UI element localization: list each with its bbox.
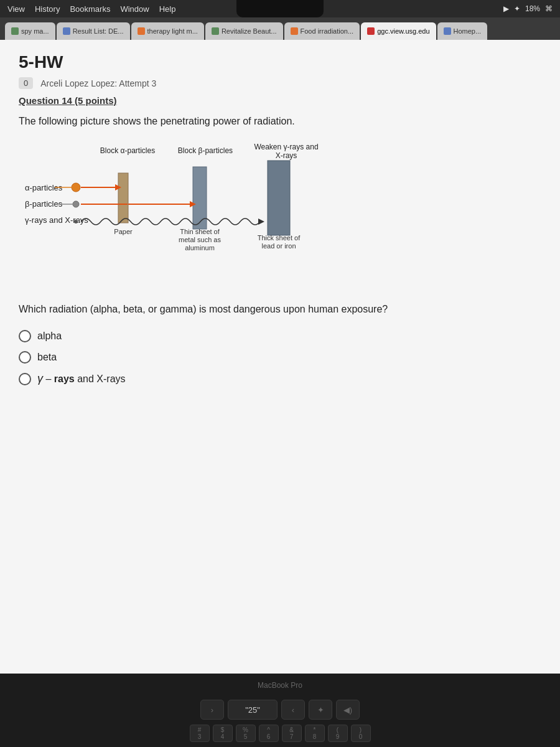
svg-text:Weaken γ-rays and: Weaken γ-rays and: [254, 143, 318, 151]
key-caret[interactable]: ^6: [259, 725, 279, 742]
content-area: 5-HW 0 Arceli Lopez Lopez: Attempt 3 Que…: [0, 40, 560, 674]
keyboard-row-bottom: › "25" ‹ ✦ ◀): [200, 700, 360, 720]
key-angle[interactable]: ›: [200, 700, 224, 720]
macbook-label: MacBook Pro: [258, 681, 302, 690]
svg-text:Block β-particles: Block β-particles: [178, 146, 233, 155]
tab-food[interactable]: Food irradiation...: [284, 22, 360, 40]
attempt-number: 0: [19, 77, 33, 89]
key-ampersand[interactable]: &7: [282, 725, 302, 742]
radiation-diagram: Block α-particles Block β-particles Weak…: [19, 142, 541, 294]
student-name: Arceli Lopez Lopez: Attempt 3: [40, 78, 156, 88]
radio-gamma[interactable]: [19, 373, 31, 385]
tab-icon-therapy: [138, 27, 145, 35]
menu-help[interactable]: Help: [159, 4, 176, 14]
answer-gamma[interactable]: γ – rays and X-rays: [19, 372, 541, 385]
key-25[interactable]: "25": [228, 700, 278, 720]
bluetooth-icon: ✦: [514, 4, 520, 13]
tab-spy[interactable]: spy ma...: [5, 22, 55, 40]
tab-ggc[interactable]: ggc.view.usg.edu: [361, 22, 436, 40]
tab-revitalize[interactable]: Revitalize Beaut...: [205, 22, 283, 40]
tab-therapy[interactable]: therapy light m...: [131, 22, 204, 40]
svg-point-26: [74, 220, 78, 223]
tab-icon-result: [63, 27, 70, 35]
tab-icon-ggc: [367, 27, 375, 35]
radio-alpha[interactable]: [19, 330, 31, 342]
svg-marker-25: [258, 218, 264, 225]
svg-text:Thick sheet of: Thick sheet of: [258, 234, 301, 242]
answer-gamma-label: γ – rays and X-rays: [37, 372, 126, 385]
key-sound[interactable]: ◀): [336, 700, 360, 720]
tab-icon-revitalize: [212, 27, 219, 35]
diagram-intro: The following picture shows the penetrat…: [19, 116, 541, 127]
wifi-icon: ⌘: [545, 4, 553, 13]
svg-text:Paper: Paper: [114, 228, 133, 235]
key-paren[interactable]: (9: [328, 725, 348, 742]
status-icons: ▶ ✦ 18% ⌘: [503, 4, 553, 13]
answer-alpha[interactable]: alpha: [19, 330, 541, 342]
svg-text:aluminum: aluminum: [185, 244, 215, 251]
answer-alpha-label: alpha: [37, 331, 62, 342]
svg-text:X-rays: X-rays: [276, 151, 297, 160]
key-hash[interactable]: #3: [190, 725, 210, 742]
play-icon: ▶: [503, 4, 509, 13]
tab-result[interactable]: Result List: DE...: [57, 22, 130, 40]
camera-notch: [236, 0, 324, 17]
svg-text:Block α-particles: Block α-particles: [100, 146, 155, 155]
keyboard-number-row: #3 $4 %5 ^6 &7 *8 (9 )0: [190, 725, 371, 742]
battery-indicator: 18%: [525, 4, 540, 13]
svg-rect-5: [193, 167, 207, 229]
question-header: Question 14 (5 points): [19, 95, 541, 106]
svg-text:γ-rays and X-rays: γ-rays and X-rays: [25, 215, 88, 225]
menu-window[interactable]: Window: [120, 4, 149, 14]
tab-bar: spy ma... Result List: DE... therapy lig…: [0, 17, 560, 40]
tab-home[interactable]: Homep...: [437, 22, 488, 40]
tab-icon-home: [444, 27, 451, 35]
svg-rect-6: [268, 161, 290, 235]
key-asterisk[interactable]: *8: [305, 725, 325, 742]
question-prompt: Which radiation (alpha, beta, or gamma) …: [19, 304, 541, 315]
answer-choices: alpha beta γ – rays and X-rays: [19, 330, 541, 385]
key-percent[interactable]: %5: [236, 725, 256, 742]
answer-beta-label: beta: [37, 352, 57, 363]
key-zero[interactable]: )0: [351, 725, 371, 742]
svg-text:Thin sheet of: Thin sheet of: [180, 228, 220, 235]
answer-beta[interactable]: beta: [19, 351, 541, 364]
page-title: 5-HW: [19, 52, 541, 72]
svg-text:lead or iron: lead or iron: [261, 242, 296, 250]
bottom-area: MacBook Pro › "25" ‹ ✦ ◀) #3 $4 %5 ^6 &7…: [0, 674, 560, 747]
menu-history[interactable]: History: [35, 4, 60, 14]
key-dollar[interactable]: $4: [213, 725, 233, 742]
key-settings[interactable]: ✦: [309, 700, 332, 720]
svg-rect-4: [118, 173, 128, 223]
menu-view[interactable]: View: [7, 4, 25, 14]
svg-text:metal such as: metal such as: [179, 236, 221, 243]
svg-point-20: [73, 201, 79, 207]
key-bracket-left[interactable]: ‹: [281, 700, 305, 720]
menu-bookmarks[interactable]: Bookmarks: [70, 4, 110, 14]
tab-icon-spy: [11, 27, 19, 35]
radio-beta[interactable]: [19, 351, 31, 364]
tab-icon-food: [291, 27, 298, 35]
